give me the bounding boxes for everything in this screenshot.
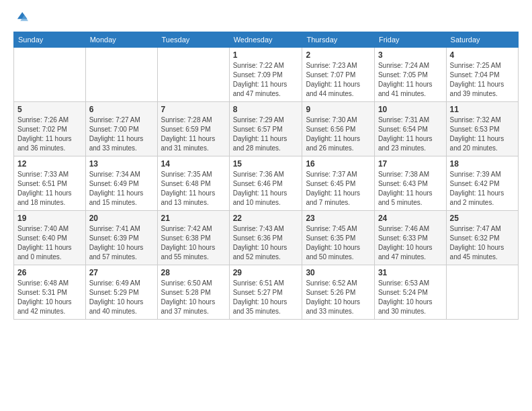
day-info: Sunrise: 7:39 AM Sunset: 6:42 PM Dayligh… — [450, 170, 515, 208]
calendar-week-1: 1Sunrise: 7:22 AM Sunset: 7:09 PM Daylig… — [14, 48, 519, 102]
day-number: 20 — [89, 214, 154, 223]
header — [13, 10, 519, 25]
calendar-cell: 18Sunrise: 7:39 AM Sunset: 6:42 PM Dayli… — [446, 156, 518, 211]
day-info: Sunrise: 7:46 AM Sunset: 6:33 PM Dayligh… — [378, 224, 443, 262]
calendar-cell: 17Sunrise: 7:38 AM Sunset: 6:43 PM Dayli… — [374, 156, 446, 211]
calendar-cell: 26Sunrise: 6:48 AM Sunset: 5:31 PM Dayli… — [14, 265, 86, 320]
calendar-cell: 20Sunrise: 7:41 AM Sunset: 6:39 PM Dayli… — [85, 211, 157, 265]
calendar-cell: 28Sunrise: 6:50 AM Sunset: 5:28 PM Dayli… — [157, 265, 229, 320]
day-info: Sunrise: 7:25 AM Sunset: 7:04 PM Dayligh… — [450, 61, 515, 99]
day-info: Sunrise: 7:26 AM Sunset: 7:02 PM Dayligh… — [17, 116, 82, 153]
day-info: Sunrise: 7:45 AM Sunset: 6:35 PM Dayligh… — [306, 224, 371, 262]
day-number: 14 — [161, 159, 226, 169]
weekday-header-tuesday: Tuesday — [157, 32, 229, 48]
day-info: Sunrise: 7:36 AM Sunset: 6:46 PM Dayligh… — [233, 170, 299, 208]
day-number: 19 — [17, 214, 82, 223]
day-info: Sunrise: 7:32 AM Sunset: 6:53 PM Dayligh… — [450, 116, 515, 153]
day-info: Sunrise: 7:31 AM Sunset: 6:54 PM Dayligh… — [378, 116, 443, 153]
calendar-cell: 21Sunrise: 7:42 AM Sunset: 6:38 PM Dayli… — [157, 211, 229, 265]
calendar-cell — [85, 48, 157, 102]
day-number: 25 — [450, 214, 515, 223]
day-number: 31 — [378, 268, 443, 277]
day-number: 12 — [17, 159, 82, 169]
day-number: 22 — [233, 214, 299, 223]
calendar-cell: 6Sunrise: 7:27 AM Sunset: 7:00 PM Daylig… — [85, 102, 157, 156]
calendar-cell: 4Sunrise: 7:25 AM Sunset: 7:04 PM Daylig… — [446, 48, 518, 102]
calendar-cell: 25Sunrise: 7:47 AM Sunset: 6:32 PM Dayli… — [446, 211, 518, 265]
day-info: Sunrise: 7:42 AM Sunset: 6:38 PM Dayligh… — [161, 224, 226, 262]
calendar-cell: 5Sunrise: 7:26 AM Sunset: 7:02 PM Daylig… — [14, 102, 86, 156]
calendar-week-5: 26Sunrise: 6:48 AM Sunset: 5:31 PM Dayli… — [14, 265, 519, 320]
day-info: Sunrise: 7:38 AM Sunset: 6:43 PM Dayligh… — [378, 170, 443, 208]
weekday-header-thursday: Thursday — [302, 32, 375, 48]
logo-icon — [13, 10, 28, 25]
day-number: 26 — [17, 268, 82, 277]
calendar-cell: 13Sunrise: 7:34 AM Sunset: 6:49 PM Dayli… — [85, 156, 157, 211]
calendar-cell: 1Sunrise: 7:22 AM Sunset: 7:09 PM Daylig… — [229, 48, 302, 102]
calendar-cell: 31Sunrise: 6:53 AM Sunset: 5:24 PM Dayli… — [374, 265, 446, 320]
calendar-cell: 29Sunrise: 6:51 AM Sunset: 5:27 PM Dayli… — [229, 265, 302, 320]
day-info: Sunrise: 6:48 AM Sunset: 5:31 PM Dayligh… — [17, 279, 82, 316]
day-info: Sunrise: 7:23 AM Sunset: 7:07 PM Dayligh… — [306, 61, 371, 99]
calendar-week-3: 12Sunrise: 7:33 AM Sunset: 6:51 PM Dayli… — [14, 156, 519, 211]
day-number: 4 — [450, 50, 515, 60]
day-number: 9 — [306, 105, 371, 114]
day-info: Sunrise: 7:27 AM Sunset: 7:00 PM Dayligh… — [89, 116, 154, 153]
day-number: 3 — [378, 50, 443, 60]
calendar-cell: 16Sunrise: 7:37 AM Sunset: 6:45 PM Dayli… — [302, 156, 375, 211]
day-info: Sunrise: 7:29 AM Sunset: 6:57 PM Dayligh… — [233, 116, 299, 153]
day-info: Sunrise: 6:52 AM Sunset: 5:26 PM Dayligh… — [306, 279, 371, 316]
calendar-week-2: 5Sunrise: 7:26 AM Sunset: 7:02 PM Daylig… — [14, 102, 519, 156]
day-info: Sunrise: 7:33 AM Sunset: 6:51 PM Dayligh… — [17, 170, 82, 208]
calendar-week-4: 19Sunrise: 7:40 AM Sunset: 6:40 PM Dayli… — [14, 211, 519, 265]
calendar-cell: 14Sunrise: 7:35 AM Sunset: 6:48 PM Dayli… — [157, 156, 229, 211]
weekday-header-wednesday: Wednesday — [229, 32, 302, 48]
day-number: 5 — [17, 105, 82, 114]
day-info: Sunrise: 7:35 AM Sunset: 6:48 PM Dayligh… — [161, 170, 226, 208]
calendar-cell: 15Sunrise: 7:36 AM Sunset: 6:46 PM Dayli… — [229, 156, 302, 211]
day-info: Sunrise: 7:34 AM Sunset: 6:49 PM Dayligh… — [89, 170, 154, 208]
weekday-header-monday: Monday — [85, 32, 157, 48]
day-info: Sunrise: 6:51 AM Sunset: 5:27 PM Dayligh… — [233, 279, 299, 316]
calendar-cell: 19Sunrise: 7:40 AM Sunset: 6:40 PM Dayli… — [14, 211, 86, 265]
day-number: 24 — [378, 214, 443, 223]
day-info: Sunrise: 7:41 AM Sunset: 6:39 PM Dayligh… — [89, 224, 154, 262]
day-number: 7 — [161, 105, 226, 114]
day-info: Sunrise: 7:30 AM Sunset: 6:56 PM Dayligh… — [306, 116, 371, 153]
calendar-cell: 8Sunrise: 7:29 AM Sunset: 6:57 PM Daylig… — [229, 102, 302, 156]
calendar-cell: 27Sunrise: 6:49 AM Sunset: 5:29 PM Dayli… — [85, 265, 157, 320]
day-number: 30 — [306, 268, 371, 277]
day-number: 2 — [306, 50, 371, 60]
calendar-cell: 3Sunrise: 7:24 AM Sunset: 7:05 PM Daylig… — [374, 48, 446, 102]
calendar-cell: 2Sunrise: 7:23 AM Sunset: 7:07 PM Daylig… — [302, 48, 375, 102]
day-number: 28 — [161, 268, 226, 277]
calendar-cell — [157, 48, 229, 102]
day-info: Sunrise: 7:47 AM Sunset: 6:32 PM Dayligh… — [450, 224, 515, 262]
day-info: Sunrise: 7:37 AM Sunset: 6:45 PM Dayligh… — [306, 170, 371, 208]
logo — [13, 10, 30, 25]
day-number: 21 — [161, 214, 226, 223]
calendar-cell: 22Sunrise: 7:43 AM Sunset: 6:36 PM Dayli… — [229, 211, 302, 265]
day-info: Sunrise: 6:53 AM Sunset: 5:24 PM Dayligh… — [378, 279, 443, 316]
calendar-cell: 9Sunrise: 7:30 AM Sunset: 6:56 PM Daylig… — [302, 102, 375, 156]
day-number: 13 — [89, 159, 154, 169]
day-number: 16 — [306, 159, 371, 169]
day-info: Sunrise: 7:28 AM Sunset: 6:59 PM Dayligh… — [161, 116, 226, 153]
day-number: 17 — [378, 159, 443, 169]
calendar-cell: 30Sunrise: 6:52 AM Sunset: 5:26 PM Dayli… — [302, 265, 375, 320]
day-info: Sunrise: 6:49 AM Sunset: 5:29 PM Dayligh… — [89, 279, 154, 316]
calendar-cell: 23Sunrise: 7:45 AM Sunset: 6:35 PM Dayli… — [302, 211, 375, 265]
day-number: 1 — [233, 50, 299, 60]
day-number: 8 — [233, 105, 299, 114]
calendar-cell: 24Sunrise: 7:46 AM Sunset: 6:33 PM Dayli… — [374, 211, 446, 265]
calendar-cell — [446, 265, 518, 320]
day-info: Sunrise: 7:43 AM Sunset: 6:36 PM Dayligh… — [233, 224, 299, 262]
day-number: 10 — [378, 105, 443, 114]
day-info: Sunrise: 6:50 AM Sunset: 5:28 PM Dayligh… — [161, 279, 226, 316]
calendar-cell: 7Sunrise: 7:28 AM Sunset: 6:59 PM Daylig… — [157, 102, 229, 156]
calendar-cell: 11Sunrise: 7:32 AM Sunset: 6:53 PM Dayli… — [446, 102, 518, 156]
calendar-cell: 10Sunrise: 7:31 AM Sunset: 6:54 PM Dayli… — [374, 102, 446, 156]
day-number: 15 — [233, 159, 299, 169]
day-number: 29 — [233, 268, 299, 277]
day-info: Sunrise: 7:40 AM Sunset: 6:40 PM Dayligh… — [17, 224, 82, 262]
